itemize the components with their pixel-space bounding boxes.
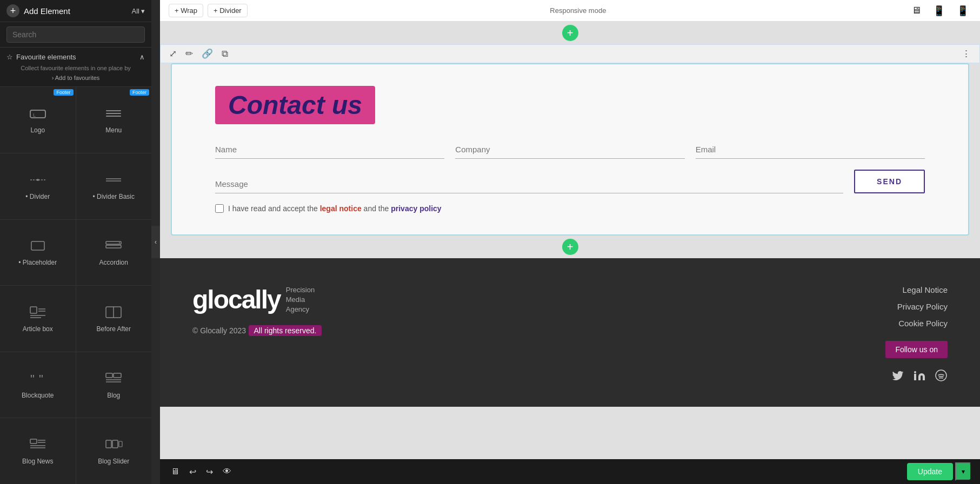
element-blog-label: Blog xyxy=(107,392,120,399)
update-button[interactable]: Update xyxy=(907,463,953,480)
footer-right: Legal Notice Privacy Policy Cookie Polic… xyxy=(885,285,948,385)
email-field[interactable] xyxy=(696,140,925,159)
move-icon[interactable]: ⤢ xyxy=(167,47,179,60)
svg-rect-3 xyxy=(106,113,121,114)
tablet-button[interactable]: 📱 xyxy=(930,4,948,18)
search-input[interactable] xyxy=(6,26,145,43)
element-blog-news[interactable]: Blog News xyxy=(0,418,76,484)
linkedin-icon[interactable] xyxy=(913,369,926,385)
element-divider-label: • Divider xyxy=(25,193,50,200)
edit-icon[interactable]: ✏ xyxy=(183,47,195,60)
element-before-after[interactable]: Before After xyxy=(76,286,152,352)
section-toolbar: ⤢ ✏ 🔗 ⧉ ⋮ xyxy=(160,44,980,63)
all-rights-reserved: All rights reserved. xyxy=(249,325,322,336)
collapse-panel-button[interactable]: ‹ xyxy=(151,226,160,258)
link-icon[interactable]: 🔗 xyxy=(199,47,215,60)
element-divider[interactable]: • Divider xyxy=(0,153,76,219)
chevron-down-icon: ▾ xyxy=(141,7,145,15)
legal-checkbox[interactable] xyxy=(215,204,224,213)
divider-basic-icon xyxy=(104,172,123,190)
copy-icon[interactable]: ⧉ xyxy=(219,47,230,60)
panel-collapse-area: ‹ xyxy=(151,0,160,484)
svg-rect-33 xyxy=(119,441,122,447)
element-placeholder[interactable]: • Placeholder xyxy=(0,220,76,286)
element-logo[interactable]: Footer L Logo xyxy=(0,87,76,153)
svg-rect-26 xyxy=(30,439,37,443)
article-box-icon xyxy=(28,305,48,322)
agency-text: PrecisionMediaAgency xyxy=(286,285,315,315)
mobile-button[interactable]: 📱 xyxy=(954,4,971,18)
blockquote-icon: "" xyxy=(28,371,48,388)
svg-rect-13 xyxy=(30,307,37,313)
element-blockquote-label: Blockquote xyxy=(22,392,54,399)
form-row-1 xyxy=(215,140,925,159)
legal-notice-link[interactable]: legal notice xyxy=(320,204,362,213)
all-filter-button[interactable]: All ▾ xyxy=(132,7,145,15)
element-article-box[interactable]: Article box xyxy=(0,286,76,352)
element-menu-label: Menu xyxy=(105,126,122,134)
copyright-text: © Glocally 2023 xyxy=(192,326,246,335)
panel-header: + Add Element All ▾ xyxy=(0,0,151,22)
eye-button[interactable]: 👁 xyxy=(221,465,234,479)
before-after-icon xyxy=(104,305,123,322)
element-blog-slider-label: Blog Slider xyxy=(98,458,129,465)
element-accordion-label: Accordion xyxy=(99,259,128,266)
social-icons xyxy=(891,369,948,385)
element-blog[interactable]: Blog xyxy=(76,352,152,418)
top-bar: + Wrap + Divider Responsive mode 🖥 📱 📱 xyxy=(160,0,980,22)
main-area: + Wrap + Divider Responsive mode 🖥 📱 📱 +… xyxy=(160,0,980,484)
divider-button[interactable]: + Divider xyxy=(208,4,248,17)
spotify-icon[interactable] xyxy=(935,369,948,385)
favourites-description: Collect favourite elements in one place … xyxy=(6,64,145,72)
element-blog-slider[interactable]: Blog Slider xyxy=(76,418,152,484)
footer-legal-notice[interactable]: Legal Notice xyxy=(903,285,948,294)
svg-rect-32 xyxy=(112,440,118,448)
footer-privacy-policy[interactable]: Privacy Policy xyxy=(897,302,948,311)
logo-icon: L xyxy=(28,106,48,123)
footer-left: glocally PrecisionMediaAgency © Glocally… xyxy=(192,285,885,335)
blog-slider-icon xyxy=(104,437,123,454)
element-accordion[interactable]: Accordion xyxy=(76,220,152,286)
name-field[interactable] xyxy=(215,140,444,159)
undo-button[interactable]: ↩ xyxy=(187,465,198,479)
company-field[interactable] xyxy=(455,140,684,159)
element-before-after-label: Before After xyxy=(97,325,131,333)
desktop-button[interactable]: 🖥 xyxy=(909,4,924,17)
update-arrow-button[interactable]: ▾ xyxy=(955,462,971,481)
divider-icon xyxy=(28,172,48,190)
legal-row: I have read and accept the legal notice … xyxy=(215,204,925,213)
message-field[interactable] xyxy=(215,175,843,193)
twitter-icon[interactable] xyxy=(891,369,904,385)
add-element-button[interactable]: + xyxy=(6,4,19,17)
desktop-view-button[interactable]: 🖥 xyxy=(169,465,182,479)
favourites-header: ☆ Favourite elements ∧ xyxy=(6,53,145,61)
add-section-middle-button[interactable]: + xyxy=(562,239,578,255)
editor-area: + ⤢ ✏ 🔗 ⧉ ⋮ Contact us xyxy=(160,22,980,459)
legal-text: I have read and accept the legal notice … xyxy=(228,204,442,213)
element-logo-label: Logo xyxy=(30,126,45,134)
add-to-favourites-link[interactable]: › Add to favourites xyxy=(6,75,145,81)
svg-rect-31 xyxy=(106,440,111,448)
svg-point-34 xyxy=(936,370,946,381)
add-section-middle: + xyxy=(160,236,980,258)
element-menu[interactable]: Footer Menu xyxy=(76,87,152,153)
element-divider-basic[interactable]: • Divider Basic xyxy=(76,153,152,219)
logo-text: glocally xyxy=(192,287,281,313)
add-section-top-button[interactable]: + xyxy=(562,25,578,41)
privacy-policy-link[interactable]: privacy policy xyxy=(391,204,441,213)
more-options-icon[interactable]: ⋮ xyxy=(959,47,973,60)
wrap-button[interactable]: + Wrap xyxy=(169,4,203,17)
footer-cookie-policy[interactable]: Cookie Policy xyxy=(898,319,948,328)
redo-button[interactable]: ↪ xyxy=(204,465,215,479)
svg-rect-11 xyxy=(106,245,121,248)
follow-us-button[interactable]: Follow us on xyxy=(885,341,948,358)
svg-rect-22 xyxy=(106,373,112,378)
blog-icon xyxy=(104,371,123,388)
panel-title: Add Element xyxy=(24,6,132,16)
send-button[interactable]: SEND xyxy=(854,170,925,193)
collapse-favourites-icon[interactable]: ∧ xyxy=(139,53,145,61)
svg-point-6 xyxy=(37,179,39,181)
copyright-row: © Glocally 2023 All rights reserved. xyxy=(192,326,885,335)
element-blockquote[interactable]: "" Blockquote xyxy=(0,352,76,418)
star-icon: ☆ xyxy=(6,53,13,61)
